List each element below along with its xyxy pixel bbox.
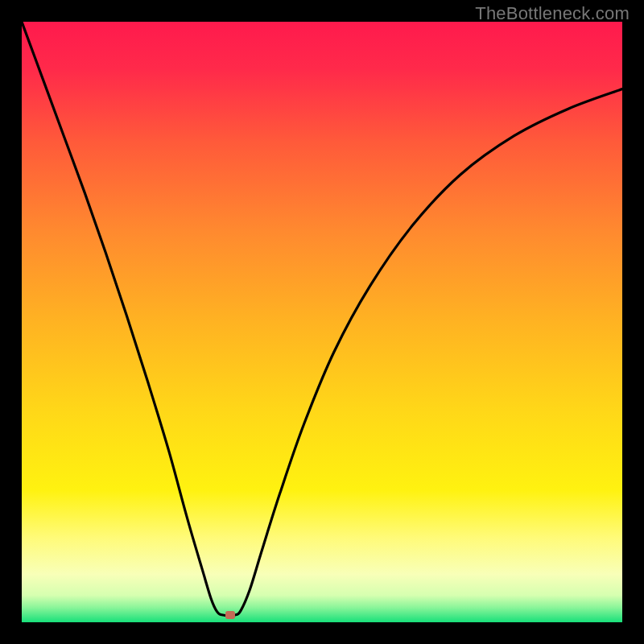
gradient-background — [22, 22, 622, 622]
svg-rect-0 — [22, 22, 622, 622]
optimal-point-marker — [225, 611, 235, 619]
watermark-text: TheBottleneck.com — [475, 3, 630, 24]
bottleneck-curve — [22, 22, 622, 622]
plot-area — [22, 22, 622, 622]
chart-frame: TheBottleneck.com — [0, 0, 644, 644]
